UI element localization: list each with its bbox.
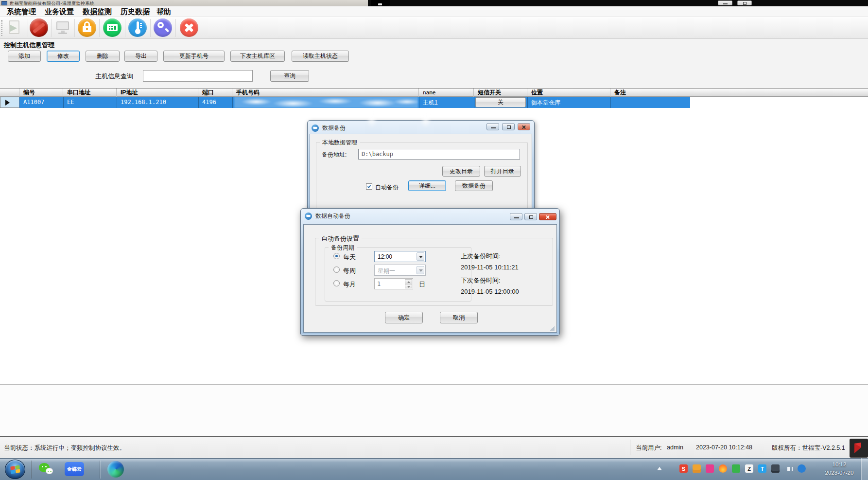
kingdee-cloud-icon[interactable]: 金蝶云: [65, 462, 84, 476]
backup-now-button[interactable]: 数据备份: [455, 180, 493, 191]
taskbar-clock[interactable]: 10:12 2023-07-20: [819, 461, 859, 478]
folder-tray-icon[interactable]: [693, 464, 701, 473]
stop-icon[interactable]: [30, 18, 48, 37]
auto-backup-dialog-title: 数据自动备份: [315, 212, 350, 220]
sms-toggle-button[interactable]: 关: [475, 97, 526, 107]
ime-icon[interactable]: [798, 464, 806, 473]
close-icon[interactable]: [180, 18, 198, 37]
col-ip[interactable]: IP地址: [117, 89, 198, 97]
minimize-button[interactable]: [718, 0, 732, 5]
edit-button[interactable]: 修改: [47, 51, 80, 62]
tray-expand-icon[interactable]: [657, 467, 662, 470]
table-row[interactable]: A11007 EE 192.168.1.210 4196 主机1 关 御本堂仓库: [0, 97, 868, 108]
z-app-icon[interactable]: Z: [745, 464, 753, 473]
monitor-disabled-icon[interactable]: [53, 18, 72, 37]
open-dir-button[interactable]: 打开目录: [484, 166, 521, 177]
cell-serial: EE: [67, 99, 74, 106]
weekly-label: 每周: [343, 267, 356, 275]
backup-dialog-titlebar[interactable]: 数据备份: [312, 124, 346, 132]
thermometer-icon[interactable]: [128, 18, 147, 37]
auto-backup-dialog-body: 自动备份设置 备份周期 每天 12:00 每周 星期一 每月 1 日: [303, 224, 557, 333]
menu-system[interactable]: 系统管理: [5, 7, 38, 17]
send-zone-button[interactable]: 下发主机库区: [230, 51, 285, 62]
daily-time-value: 12:00: [378, 253, 392, 260]
menu-help[interactable]: 帮助: [155, 7, 173, 17]
lower-blank-area: [0, 385, 868, 436]
auto-backup-dialog-titlebar[interactable]: 数据自动备份: [305, 212, 350, 220]
redaction-smudge: [416, 109, 436, 136]
dialog-close-button[interactable]: [518, 123, 530, 130]
flame-icon[interactable]: [719, 464, 727, 473]
query-button[interactable]: 查询: [270, 70, 309, 82]
show-desktop-button[interactable]: [861, 458, 868, 480]
monthly-day-value: 1: [377, 281, 381, 287]
pink-app-icon[interactable]: [706, 464, 714, 473]
controller-icon[interactable]: [103, 18, 122, 37]
delete-button[interactable]: 删除: [86, 51, 120, 62]
green-app-icon[interactable]: [732, 464, 740, 473]
backup-dialog-title: 数据备份: [322, 124, 346, 132]
export-button[interactable]: 导出: [124, 51, 157, 62]
speaker-icon[interactable]: [784, 464, 793, 473]
dialog-close-button[interactable]: [539, 213, 556, 220]
update-phone-button[interactable]: 更新手机号: [163, 51, 225, 62]
weekly-day-value: 星期一: [378, 267, 395, 275]
cell-ip: 192.168.1.210: [121, 99, 166, 106]
keyboard-icon[interactable]: [771, 464, 780, 473]
table-header: 编号 串口地址 IP地址 端口 手机号码 name 短信开关 位置 备注: [0, 88, 868, 97]
menu-monitor[interactable]: 数据监测: [81, 7, 114, 17]
row-selector[interactable]: [0, 97, 19, 108]
spinner-down-icon[interactable]: [405, 284, 412, 288]
export-document-icon[interactable]: [5, 18, 24, 37]
monthly-day-spinner[interactable]: 1: [374, 278, 413, 289]
daily-time-combo[interactable]: 12:00: [374, 251, 426, 262]
edge-icon[interactable]: [107, 461, 124, 478]
backup-path-field[interactable]: D:\backup: [358, 149, 520, 160]
backup-path-label: 备份地址:: [322, 151, 347, 159]
ok-button[interactable]: 确定: [385, 312, 423, 323]
col-serial[interactable]: 串口地址: [63, 89, 117, 97]
daily-radio[interactable]: [333, 253, 340, 259]
read-status-button[interactable]: 读取主机状态: [292, 51, 349, 62]
wechat-icon[interactable]: [39, 462, 55, 477]
lock-icon[interactable]: [78, 18, 96, 37]
add-button[interactable]: 添加: [8, 51, 41, 62]
toolbar: [0, 17, 868, 39]
dialog-maximize-button[interactable]: [524, 213, 537, 220]
menubar: 系统管理 业务设置 数据监测 历史数据 帮助: [0, 6, 868, 17]
dialog-minimize-button[interactable]: [510, 213, 522, 220]
detail-button[interactable]: 详细...: [408, 180, 446, 191]
redaction-smudge: [365, 108, 378, 136]
recorder-badge: [371, 0, 390, 6]
notification-flag-icon[interactable]: [850, 439, 868, 458]
clock-date: 2023-07-20: [819, 469, 859, 477]
weekly-radio[interactable]: [333, 267, 340, 273]
search-input[interactable]: [143, 70, 253, 82]
chevron-down-icon[interactable]: [417, 252, 424, 261]
resize-grip[interactable]: [550, 326, 555, 331]
dialog-maximize-button[interactable]: [502, 123, 515, 130]
auto-backup-label: 自动备份: [375, 183, 399, 192]
cancel-button[interactable]: 取消: [440, 312, 478, 323]
sogou-icon[interactable]: S: [679, 464, 688, 473]
col-port[interactable]: 端口: [198, 89, 232, 97]
col-name[interactable]: name: [419, 89, 474, 97]
col-location[interactable]: 位置: [527, 89, 610, 97]
cell-location: 御本堂仓库: [531, 99, 560, 107]
col-phone[interactable]: 手机号码: [232, 89, 419, 97]
change-dir-button[interactable]: 更改目录: [442, 166, 480, 177]
magnifier-icon[interactable]: [154, 18, 172, 37]
col-id[interactable]: 编号: [19, 89, 63, 97]
col-remark[interactable]: 备注: [610, 89, 868, 97]
tim-icon[interactable]: T: [758, 464, 766, 473]
monthly-radio[interactable]: [333, 280, 340, 286]
auto-backup-checkbox[interactable]: [366, 183, 372, 190]
menu-history[interactable]: 历史数据: [119, 7, 152, 17]
dialog-minimize-button[interactable]: [486, 123, 499, 130]
screen: 世福宝智能科技有限公司-温湿度监控系统 系统管理 业务设置 数据监测 历史数据 …: [0, 0, 868, 480]
menu-business[interactable]: 业务设置: [43, 7, 76, 17]
start-button[interactable]: [5, 460, 25, 479]
maximize-button[interactable]: [737, 0, 752, 5]
col-sms[interactable]: 短信开关: [474, 89, 527, 97]
spinner-up-icon[interactable]: [405, 279, 412, 284]
